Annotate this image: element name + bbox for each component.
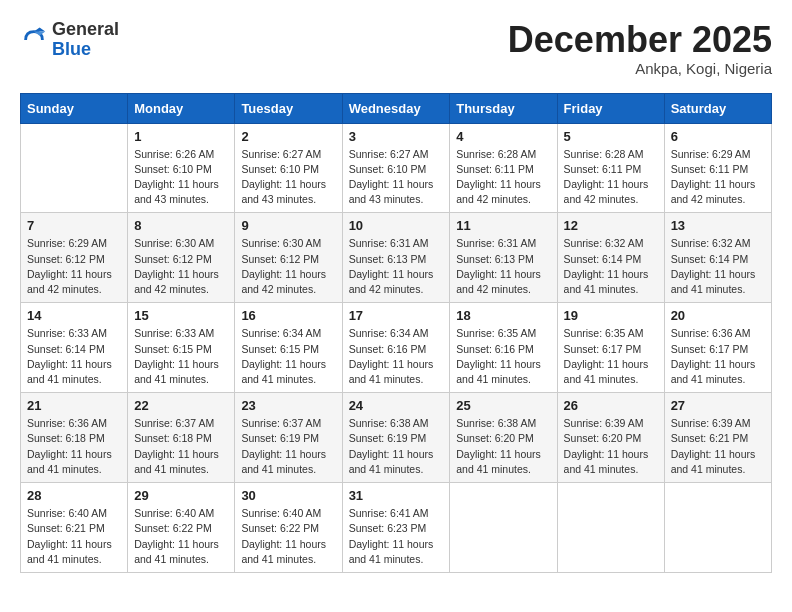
logo-general: General bbox=[52, 19, 119, 39]
calendar-cell: 15Sunrise: 6:33 AMSunset: 6:15 PMDayligh… bbox=[128, 303, 235, 393]
calendar-cell bbox=[450, 483, 557, 573]
day-info: Sunrise: 6:32 AMSunset: 6:14 PMDaylight:… bbox=[671, 236, 765, 297]
day-info: Sunrise: 6:31 AMSunset: 6:13 PMDaylight:… bbox=[349, 236, 444, 297]
calendar-cell: 1Sunrise: 6:26 AMSunset: 6:10 PMDaylight… bbox=[128, 123, 235, 213]
day-info: Sunrise: 6:37 AMSunset: 6:18 PMDaylight:… bbox=[134, 416, 228, 477]
day-number: 26 bbox=[564, 398, 658, 413]
day-number: 23 bbox=[241, 398, 335, 413]
day-info: Sunrise: 6:28 AMSunset: 6:11 PMDaylight:… bbox=[456, 147, 550, 208]
day-number: 11 bbox=[456, 218, 550, 233]
day-number: 1 bbox=[134, 129, 228, 144]
calendar-cell: 24Sunrise: 6:38 AMSunset: 6:19 PMDayligh… bbox=[342, 393, 450, 483]
week-row-4: 21Sunrise: 6:36 AMSunset: 6:18 PMDayligh… bbox=[21, 393, 772, 483]
day-number: 22 bbox=[134, 398, 228, 413]
day-number: 18 bbox=[456, 308, 550, 323]
weekday-header-row: SundayMondayTuesdayWednesdayThursdayFrid… bbox=[21, 93, 772, 123]
weekday-header-tuesday: Tuesday bbox=[235, 93, 342, 123]
week-row-2: 7Sunrise: 6:29 AMSunset: 6:12 PMDaylight… bbox=[21, 213, 772, 303]
day-number: 31 bbox=[349, 488, 444, 503]
day-info: Sunrise: 6:34 AMSunset: 6:16 PMDaylight:… bbox=[349, 326, 444, 387]
day-number: 19 bbox=[564, 308, 658, 323]
day-number: 20 bbox=[671, 308, 765, 323]
day-number: 17 bbox=[349, 308, 444, 323]
day-info: Sunrise: 6:31 AMSunset: 6:13 PMDaylight:… bbox=[456, 236, 550, 297]
calendar-cell: 5Sunrise: 6:28 AMSunset: 6:11 PMDaylight… bbox=[557, 123, 664, 213]
day-info: Sunrise: 6:39 AMSunset: 6:20 PMDaylight:… bbox=[564, 416, 658, 477]
weekday-header-friday: Friday bbox=[557, 93, 664, 123]
day-number: 8 bbox=[134, 218, 228, 233]
day-info: Sunrise: 6:35 AMSunset: 6:17 PMDaylight:… bbox=[564, 326, 658, 387]
day-info: Sunrise: 6:39 AMSunset: 6:21 PMDaylight:… bbox=[671, 416, 765, 477]
weekday-header-saturday: Saturday bbox=[664, 93, 771, 123]
day-info: Sunrise: 6:29 AMSunset: 6:11 PMDaylight:… bbox=[671, 147, 765, 208]
day-number: 6 bbox=[671, 129, 765, 144]
day-info: Sunrise: 6:35 AMSunset: 6:16 PMDaylight:… bbox=[456, 326, 550, 387]
week-row-1: 1Sunrise: 6:26 AMSunset: 6:10 PMDaylight… bbox=[21, 123, 772, 213]
location: Ankpa, Kogi, Nigeria bbox=[508, 60, 772, 77]
day-number: 25 bbox=[456, 398, 550, 413]
day-info: Sunrise: 6:29 AMSunset: 6:12 PMDaylight:… bbox=[27, 236, 121, 297]
day-info: Sunrise: 6:40 AMSunset: 6:21 PMDaylight:… bbox=[27, 506, 121, 567]
calendar-cell: 8Sunrise: 6:30 AMSunset: 6:12 PMDaylight… bbox=[128, 213, 235, 303]
day-number: 27 bbox=[671, 398, 765, 413]
logo-text: General Blue bbox=[52, 20, 119, 60]
day-info: Sunrise: 6:40 AMSunset: 6:22 PMDaylight:… bbox=[134, 506, 228, 567]
day-info: Sunrise: 6:38 AMSunset: 6:19 PMDaylight:… bbox=[349, 416, 444, 477]
calendar-cell bbox=[557, 483, 664, 573]
week-row-3: 14Sunrise: 6:33 AMSunset: 6:14 PMDayligh… bbox=[21, 303, 772, 393]
calendar-cell: 22Sunrise: 6:37 AMSunset: 6:18 PMDayligh… bbox=[128, 393, 235, 483]
day-number: 21 bbox=[27, 398, 121, 413]
day-number: 29 bbox=[134, 488, 228, 503]
calendar-cell: 9Sunrise: 6:30 AMSunset: 6:12 PMDaylight… bbox=[235, 213, 342, 303]
day-info: Sunrise: 6:36 AMSunset: 6:17 PMDaylight:… bbox=[671, 326, 765, 387]
day-info: Sunrise: 6:26 AMSunset: 6:10 PMDaylight:… bbox=[134, 147, 228, 208]
day-number: 12 bbox=[564, 218, 658, 233]
calendar-cell: 18Sunrise: 6:35 AMSunset: 6:16 PMDayligh… bbox=[450, 303, 557, 393]
calendar-cell: 13Sunrise: 6:32 AMSunset: 6:14 PMDayligh… bbox=[664, 213, 771, 303]
calendar-cell: 17Sunrise: 6:34 AMSunset: 6:16 PMDayligh… bbox=[342, 303, 450, 393]
day-info: Sunrise: 6:36 AMSunset: 6:18 PMDaylight:… bbox=[27, 416, 121, 477]
logo-icon bbox=[20, 26, 48, 54]
calendar-cell: 27Sunrise: 6:39 AMSunset: 6:21 PMDayligh… bbox=[664, 393, 771, 483]
day-info: Sunrise: 6:27 AMSunset: 6:10 PMDaylight:… bbox=[241, 147, 335, 208]
calendar-cell: 20Sunrise: 6:36 AMSunset: 6:17 PMDayligh… bbox=[664, 303, 771, 393]
day-info: Sunrise: 6:30 AMSunset: 6:12 PMDaylight:… bbox=[134, 236, 228, 297]
day-info: Sunrise: 6:40 AMSunset: 6:22 PMDaylight:… bbox=[241, 506, 335, 567]
calendar-cell: 10Sunrise: 6:31 AMSunset: 6:13 PMDayligh… bbox=[342, 213, 450, 303]
calendar-cell: 6Sunrise: 6:29 AMSunset: 6:11 PMDaylight… bbox=[664, 123, 771, 213]
calendar-cell: 23Sunrise: 6:37 AMSunset: 6:19 PMDayligh… bbox=[235, 393, 342, 483]
logo-blue: Blue bbox=[52, 39, 91, 59]
logo: General Blue bbox=[20, 20, 119, 60]
day-number: 7 bbox=[27, 218, 121, 233]
day-number: 3 bbox=[349, 129, 444, 144]
calendar-cell: 21Sunrise: 6:36 AMSunset: 6:18 PMDayligh… bbox=[21, 393, 128, 483]
calendar-cell: 12Sunrise: 6:32 AMSunset: 6:14 PMDayligh… bbox=[557, 213, 664, 303]
calendar-cell: 11Sunrise: 6:31 AMSunset: 6:13 PMDayligh… bbox=[450, 213, 557, 303]
calendar-cell: 14Sunrise: 6:33 AMSunset: 6:14 PMDayligh… bbox=[21, 303, 128, 393]
weekday-header-wednesday: Wednesday bbox=[342, 93, 450, 123]
day-info: Sunrise: 6:30 AMSunset: 6:12 PMDaylight:… bbox=[241, 236, 335, 297]
day-number: 28 bbox=[27, 488, 121, 503]
calendar-cell: 29Sunrise: 6:40 AMSunset: 6:22 PMDayligh… bbox=[128, 483, 235, 573]
weekday-header-thursday: Thursday bbox=[450, 93, 557, 123]
month-title: December 2025 bbox=[508, 20, 772, 60]
day-info: Sunrise: 6:32 AMSunset: 6:14 PMDaylight:… bbox=[564, 236, 658, 297]
calendar-cell bbox=[664, 483, 771, 573]
day-number: 13 bbox=[671, 218, 765, 233]
title-area: December 2025 Ankpa, Kogi, Nigeria bbox=[508, 20, 772, 77]
day-info: Sunrise: 6:41 AMSunset: 6:23 PMDaylight:… bbox=[349, 506, 444, 567]
day-info: Sunrise: 6:33 AMSunset: 6:14 PMDaylight:… bbox=[27, 326, 121, 387]
calendar-cell: 30Sunrise: 6:40 AMSunset: 6:22 PMDayligh… bbox=[235, 483, 342, 573]
day-number: 9 bbox=[241, 218, 335, 233]
week-row-5: 28Sunrise: 6:40 AMSunset: 6:21 PMDayligh… bbox=[21, 483, 772, 573]
calendar-cell: 28Sunrise: 6:40 AMSunset: 6:21 PMDayligh… bbox=[21, 483, 128, 573]
calendar-cell: 19Sunrise: 6:35 AMSunset: 6:17 PMDayligh… bbox=[557, 303, 664, 393]
day-number: 14 bbox=[27, 308, 121, 323]
day-number: 10 bbox=[349, 218, 444, 233]
day-info: Sunrise: 6:33 AMSunset: 6:15 PMDaylight:… bbox=[134, 326, 228, 387]
calendar-cell: 4Sunrise: 6:28 AMSunset: 6:11 PMDaylight… bbox=[450, 123, 557, 213]
day-info: Sunrise: 6:37 AMSunset: 6:19 PMDaylight:… bbox=[241, 416, 335, 477]
day-number: 16 bbox=[241, 308, 335, 323]
weekday-header-sunday: Sunday bbox=[21, 93, 128, 123]
day-number: 4 bbox=[456, 129, 550, 144]
